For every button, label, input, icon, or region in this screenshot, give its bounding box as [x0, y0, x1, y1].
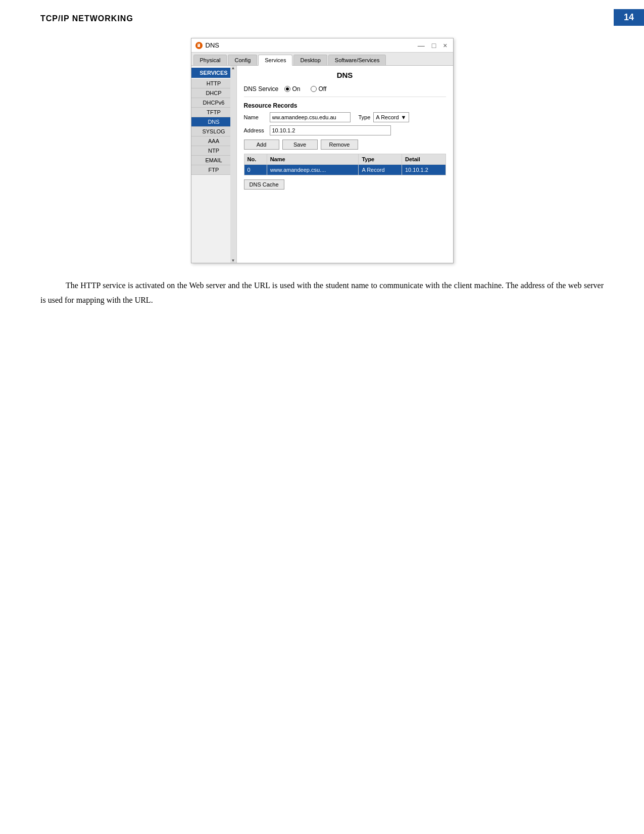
dns-titlebar: 🖥 DNS — □ × [191, 38, 453, 53]
type-dropdown-icon[interactable]: ▼ [401, 114, 407, 120]
add-button[interactable]: Add [244, 140, 279, 150]
dns-sidebar: SERVICES HTTP DHCP DHCPv6 TFTP DNS SYSLO… [191, 66, 237, 263]
col-no: No. [244, 154, 267, 165]
dns-window: 🖥 DNS — □ × Physical Config Services Des… [191, 38, 454, 263]
action-buttons: Add Save Remove [244, 140, 446, 150]
dns-tabbar: Physical Config Services Desktop Softwar… [191, 53, 453, 66]
page-number: 14 [614, 9, 644, 26]
service-dns[interactable]: DNS [191, 117, 236, 127]
address-input[interactable] [270, 125, 391, 135]
row-type: A Record [359, 165, 402, 175]
main-content: 🖥 DNS — □ × Physical Config Services Des… [40, 38, 604, 315]
service-tftp[interactable]: TFTP [191, 108, 236, 117]
services-header: SERVICES [191, 68, 236, 78]
page-title: TCP/IP NETWORKING [40, 14, 133, 23]
radio-off[interactable]: Off [311, 85, 327, 92]
col-name: Name [267, 154, 359, 165]
sidebar-scrollbar[interactable]: ▲ ▼ [230, 66, 236, 263]
dns-panel: DNS DNS Service On Off [237, 66, 453, 263]
save-button[interactable]: Save [282, 140, 318, 150]
maximize-button[interactable]: □ [430, 41, 437, 50]
radio-on[interactable]: On [284, 85, 301, 92]
radio-on-label: On [292, 85, 301, 92]
type-select[interactable]: A Record ▼ [373, 112, 409, 122]
address-row: Address [244, 125, 446, 135]
dns-service-radio-group: On Off [284, 85, 327, 92]
scroll-down-icon[interactable]: ▼ [231, 258, 235, 263]
table-row[interactable]: 0 www.amandeep.csu.... A Record 10.10.1.… [244, 165, 445, 175]
service-syslog[interactable]: SYSLOG [191, 127, 236, 136]
remove-button[interactable]: Remove [321, 140, 359, 150]
service-dhcp[interactable]: DHCP [191, 88, 236, 98]
window-controls: — □ × [416, 41, 449, 50]
col-detail: Detail [402, 154, 445, 165]
body-text: The HTTP service is activated on the Web… [40, 279, 604, 308]
address-label: Address [244, 127, 267, 133]
row-detail: 10.10.1.2 [402, 165, 445, 175]
row-name: www.amandeep.csu.... [267, 165, 359, 175]
service-ftp[interactable]: FTP [191, 165, 236, 175]
body-paragraph-1: The HTTP service is activated on the Web… [40, 279, 604, 308]
radio-off-label: Off [319, 85, 327, 92]
name-label: Name [244, 114, 267, 120]
type-value: A Record [376, 114, 399, 120]
dns-records-table: No. Name Type Detail 0 www.amandeep.csu.… [244, 154, 446, 175]
minimize-button[interactable]: — [416, 41, 426, 50]
service-email[interactable]: EMAIL [191, 156, 236, 165]
row-no: 0 [244, 165, 267, 175]
dns-panel-title: DNS [244, 71, 446, 79]
radio-off-indicator [311, 86, 317, 92]
resource-records-title: Resource Records [244, 102, 446, 109]
titlebar-left: 🖥 DNS [195, 41, 219, 49]
col-type: Type [359, 154, 402, 165]
dns-service-label: DNS Service [244, 85, 284, 92]
dns-app-icon: 🖥 [195, 42, 203, 49]
tab-software-services[interactable]: Software/Services [328, 55, 386, 65]
name-row: Name Type A Record ▼ [244, 112, 446, 122]
scroll-up-icon[interactable]: ▲ [231, 66, 235, 70]
service-http[interactable]: HTTP [191, 79, 236, 88]
radio-on-indicator [284, 86, 290, 92]
service-ntp[interactable]: NTP [191, 146, 236, 156]
service-dhcpv6[interactable]: DHCPv6 [191, 98, 236, 108]
name-input[interactable] [270, 112, 351, 122]
tab-physical[interactable]: Physical [193, 55, 227, 65]
tab-config[interactable]: Config [228, 55, 257, 65]
dns-body: SERVICES HTTP DHCP DHCPv6 TFTP DNS SYSLO… [191, 66, 453, 263]
service-aaa[interactable]: AAA [191, 136, 236, 146]
window-title: DNS [206, 41, 219, 49]
type-label: Type [359, 114, 371, 120]
close-button[interactable]: × [441, 41, 449, 50]
tab-services[interactable]: Services [258, 55, 292, 66]
tab-desktop[interactable]: Desktop [293, 55, 327, 65]
dns-service-row: DNS Service On Off [244, 85, 446, 97]
dns-cache-button[interactable]: DNS Cache [244, 179, 284, 190]
